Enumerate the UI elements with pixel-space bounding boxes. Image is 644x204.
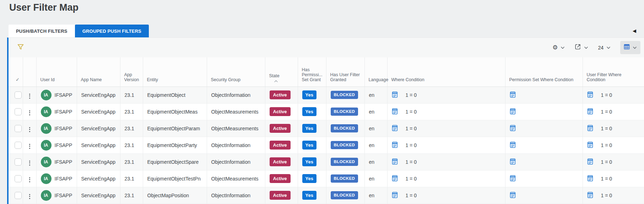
cell-app-version: 23.1	[120, 120, 143, 137]
table-row[interactable]: IA IFSAPP ServiceEngApp 23.1 EquipmentOb…	[9, 137, 644, 153]
header-app-version[interactable]: App Version	[120, 57, 143, 87]
user-filter-granted-badge: BLOCKED	[331, 158, 358, 166]
header-entity[interactable]: Entity	[143, 57, 207, 87]
row-menu-button[interactable]	[27, 126, 32, 134]
notepad-icon[interactable]	[587, 125, 593, 132]
cell-app-version: 23.1	[120, 170, 143, 187]
cell-where-condition: 1 = 0	[387, 187, 505, 204]
header-app-name[interactable]: App Name	[77, 57, 120, 87]
header-user-filter-where-condition[interactable]: User Filter Where Condition	[583, 57, 644, 87]
cell-select	[9, 103, 23, 120]
chevron-down-icon	[561, 46, 565, 49]
table-row[interactable]: IA IFSAPP ServiceEngApp 23.1 ObjectMapPo…	[9, 187, 644, 204]
view-mode-button[interactable]	[620, 41, 640, 54]
cell-where-condition: 1 = 0	[387, 120, 505, 137]
settings-button[interactable]: ⚙	[552, 45, 565, 51]
header-has-user-filter-granted[interactable]: Has User Filter Granted	[326, 57, 364, 87]
tab-bar: PUSH/BATCH FILTERS GROUPED PUSH FILTERS …	[9, 25, 644, 37]
notepad-icon[interactable]	[510, 125, 516, 132]
notepad-icon[interactable]	[392, 192, 398, 199]
row-checkbox[interactable]	[15, 91, 22, 99]
cell-entity: EquipmentObjectParam	[143, 120, 207, 137]
avatar: IA	[41, 106, 52, 117]
header-user-id[interactable]: User Id	[36, 57, 77, 87]
notepad-icon[interactable]	[587, 192, 593, 199]
cell-permission-set-where-condition	[505, 137, 583, 153]
table-row[interactable]: IA IFSAPP ServiceEngApp 23.1 EquipmentOb…	[9, 103, 644, 120]
row-checkbox[interactable]	[15, 158, 22, 166]
notepad-icon[interactable]	[392, 108, 398, 116]
notepad-icon[interactable]	[392, 175, 398, 183]
notepad-icon[interactable]	[392, 125, 398, 132]
table-grid-icon	[624, 44, 630, 51]
page-size-value: 24	[598, 45, 604, 51]
avatar: IA	[41, 157, 52, 167]
cell-app-name: ServiceEngApp	[77, 170, 120, 187]
notepad-icon[interactable]	[510, 192, 516, 199]
export-button[interactable]	[574, 43, 588, 52]
permission-set-grant-badge: Yes	[302, 90, 316, 99]
tab-grouped-push-filters[interactable]: GROUPED PUSH FILTERS	[75, 25, 149, 37]
cell-has-permission-set-grant: Yes	[298, 87, 326, 103]
notepad-icon[interactable]	[510, 141, 516, 149]
permission-set-grant-badge: Yes	[302, 174, 316, 183]
cell-where-condition: 1 = 0	[387, 170, 505, 187]
notepad-icon[interactable]	[587, 141, 593, 149]
row-menu-button[interactable]	[27, 109, 32, 117]
cell-user-filter-where-condition: 1 = 0	[583, 87, 644, 103]
table-row[interactable]: IA IFSAPP ServiceEngApp 23.1 EquipmentOb…	[9, 87, 644, 103]
row-menu-button[interactable]	[27, 176, 32, 184]
where-condition-text: 1 = 0	[406, 92, 417, 98]
notepad-icon[interactable]	[510, 91, 516, 99]
cell-user-id: IA IFSAPP	[36, 103, 77, 120]
row-checkbox[interactable]	[15, 108, 22, 115]
notepad-icon[interactable]	[392, 141, 398, 149]
row-menu-button[interactable]	[27, 159, 32, 167]
checkmark-icon: ✓	[12, 77, 20, 82]
row-menu-button[interactable]	[27, 92, 32, 100]
header-where-condition[interactable]: Where Condition	[387, 57, 505, 87]
header-has-permission-set-grant[interactable]: Has Permissi... Set Grant	[298, 57, 326, 87]
row-menu-button[interactable]	[27, 193, 32, 200]
collapse-panel-icon[interactable]: ◀	[633, 28, 636, 34]
notepad-icon[interactable]	[587, 108, 593, 116]
table-row[interactable]: IA IFSAPP ServiceEngApp 23.1 EquipmentOb…	[9, 170, 644, 187]
cell-user-id: IA IFSAPP	[36, 120, 77, 137]
user-filter-where-condition-text: 1 = 0	[601, 92, 612, 98]
header-language[interactable]: Language	[364, 57, 387, 87]
cell-where-condition: 1 = 0	[387, 103, 505, 120]
header-security-group[interactable]: Security Group	[207, 57, 265, 87]
row-checkbox[interactable]	[15, 142, 22, 149]
cell-has-user-filter-granted: BLOCKED	[326, 153, 364, 170]
notepad-icon[interactable]	[510, 158, 516, 166]
table-row[interactable]: IA IFSAPP ServiceEngApp 23.1 EquipmentOb…	[9, 153, 644, 170]
tab-push-batch-filters[interactable]: PUSH/BATCH FILTERS	[9, 25, 75, 37]
header-state[interactable]: State	[265, 57, 298, 87]
filter-funnel-icon[interactable]	[17, 43, 24, 52]
row-checkbox[interactable]	[15, 192, 22, 199]
cell-menu	[23, 103, 36, 120]
row-checkbox[interactable]	[15, 125, 22, 132]
notepad-icon[interactable]	[510, 108, 516, 116]
state-badge: Active	[270, 174, 291, 183]
notepad-icon[interactable]	[587, 158, 593, 166]
table-row[interactable]: IA IFSAPP ServiceEngApp 23.1 EquipmentOb…	[9, 120, 644, 137]
cell-entity: ObjectMapPosition	[143, 187, 207, 204]
notepad-icon[interactable]	[392, 91, 398, 99]
table-toolbar: ⚙ 24	[9, 38, 644, 57]
notepad-icon[interactable]	[510, 175, 516, 183]
chevron-down-icon	[584, 46, 588, 49]
row-menu-button[interactable]	[27, 142, 32, 150]
header-permission-set-where-condition[interactable]: Permission Set Where Condition	[505, 57, 583, 87]
select-all-header[interactable]: ✓	[9, 57, 23, 87]
notepad-icon[interactable]	[587, 175, 593, 183]
row-checkbox[interactable]	[15, 175, 22, 182]
notepad-icon[interactable]	[392, 158, 398, 166]
cell-has-user-filter-granted: BLOCKED	[326, 103, 364, 120]
notepad-icon[interactable]	[587, 91, 593, 99]
page-size-selector[interactable]: 24	[598, 45, 611, 51]
cell-menu	[23, 137, 36, 153]
cell-permission-set-where-condition	[505, 120, 583, 137]
cell-security-group: ObjectMeasurements	[207, 170, 265, 187]
page-title: User Filter Map	[9, 2, 79, 13]
